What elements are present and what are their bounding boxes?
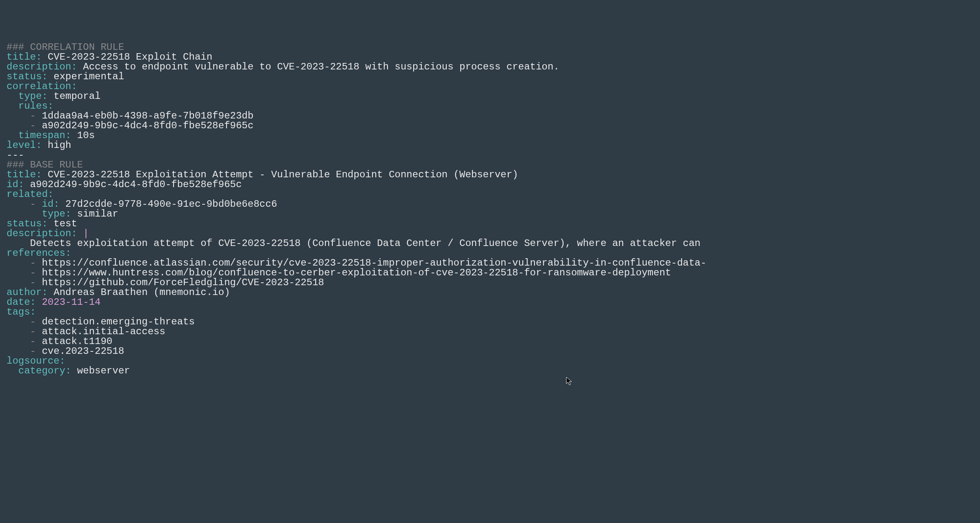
line-description-text: Detects exploitation attempt of CVE-2023…: [7, 239, 973, 248]
comment-base-rule-header: ### BASE RULE: [7, 160, 973, 170]
line-tag-2: - attack.initial-access: [7, 327, 973, 337]
code-editor[interactable]: ### CORRELATION RULEtitle: CVE-2023-2251…: [7, 42, 973, 376]
line-rule-id-2: - a902d249-9b9c-4dc4-8fd0-fbe528ef965c: [7, 121, 973, 131]
line-correlation-type: type: temporal: [7, 92, 973, 101]
comment-correlation-header: ### CORRELATION RULE: [7, 42, 973, 52]
line-tag-3: - attack.t1190: [7, 337, 973, 346]
line-doc-separator: ---: [7, 150, 973, 160]
line-timespan: timespan: 10s: [7, 131, 973, 141]
line-description-base: description: |: [7, 229, 973, 239]
line-related-id: - id: 27d2cdde-9778-490e-91ec-9bd0be6e8c…: [7, 199, 973, 209]
line-date: date: 2023-11-14: [7, 297, 973, 307]
line-reference-3: - https://github.com/ForceFledgling/CVE-…: [7, 278, 973, 288]
line-title-correlation: title: CVE-2023-22518 Exploit Chain: [7, 52, 973, 62]
line-status-base: status: test: [7, 219, 973, 229]
line-tag-4: - cve.2023-22518: [7, 346, 973, 356]
line-correlation-rules: rules:: [7, 101, 973, 111]
line-rule-id-1: - 1ddaa9a4-eb0b-4398-a9fe-7b018f9e23db: [7, 111, 973, 121]
line-category: category: webserver: [7, 366, 973, 376]
line-level: level: high: [7, 141, 973, 150]
line-status-correlation: status: experimental: [7, 72, 973, 82]
line-logsource: logsource:: [7, 356, 973, 366]
line-correlation-key: correlation:: [7, 82, 973, 92]
line-title-base: title: CVE-2023-22518 Exploitation Attem…: [7, 170, 973, 180]
line-reference-1: - https://confluence.atlassian.com/secur…: [7, 258, 973, 268]
line-references: references:: [7, 248, 973, 258]
line-related-type: type: similar: [7, 209, 973, 219]
line-description-correlation: description: Access to endpoint vulnerab…: [7, 62, 973, 72]
line-author: author: Andreas Braathen (mnemonic.io): [7, 288, 973, 297]
line-reference-2: - https://www.huntress.com/blog/confluen…: [7, 268, 973, 278]
line-tags: tags:: [7, 307, 973, 317]
line-related: related:: [7, 190, 973, 199]
line-tag-1: - detection.emerging-threats: [7, 317, 973, 327]
line-id-base: id: a902d249-9b9c-4dc4-8fd0-fbe528ef965c: [7, 180, 973, 190]
